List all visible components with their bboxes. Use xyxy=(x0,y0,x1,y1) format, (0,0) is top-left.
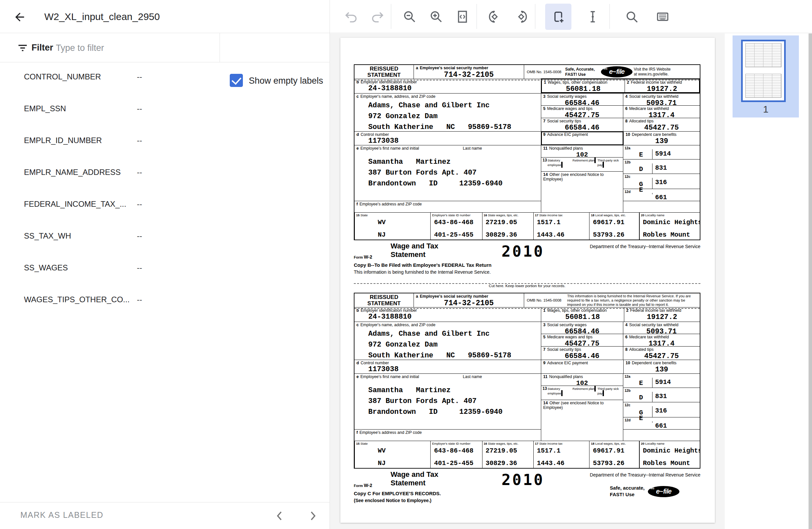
add-bounding-box-icon xyxy=(551,10,566,24)
label-row[interactable]: EMPLR_ID_NUMBER -- xyxy=(0,126,330,158)
filter-icon xyxy=(16,42,29,56)
divider xyxy=(220,33,220,62)
irs-efile-logo: IRSe~file xyxy=(648,486,679,497)
safe-accurate-text: Safe, Accurate,FAST! Use xyxy=(565,67,600,77)
thumbnail-preview xyxy=(745,43,782,99)
label-row[interactable]: SS_TAX_WH -- xyxy=(0,221,330,253)
toolbar-divider xyxy=(535,4,535,29)
page-thumbnail[interactable] xyxy=(741,40,786,102)
label-row[interactable]: EMPLR_NAME_ADDRESS -- xyxy=(0,158,330,190)
redo-button[interactable] xyxy=(370,9,385,24)
state-row-divider xyxy=(354,308,700,455)
rotate-right-icon xyxy=(514,10,528,24)
left-panel: W2_XL_input_clean_2950 Filter Show empty… xyxy=(0,0,330,529)
w2-form-copy-b: REISSUEDSTATEMENT aEmployee's social sec… xyxy=(354,64,700,240)
label-row[interactable]: SS_WAGES -- xyxy=(0,253,330,285)
fit-page-icon xyxy=(455,10,470,24)
undo-icon xyxy=(344,10,359,24)
label-name: EMPLR_NAME_ADDRESS xyxy=(24,168,121,177)
reissued-statement: REISSUEDSTATEMENT xyxy=(354,65,414,79)
label-name: WAGES_TIPS_OTHER_CO... xyxy=(24,295,130,304)
label-row[interactable]: FEDERAL_INCOME_TAX_... -- xyxy=(0,190,330,221)
cut-here-text: Cut here. Keep lower portion for your re… xyxy=(354,284,700,288)
scrollbar-thumb[interactable] xyxy=(809,33,812,529)
search-document-button[interactable] xyxy=(624,9,639,24)
document-toolbar xyxy=(330,0,812,33)
document-viewer[interactable]: REISSUEDSTATEMENT aEmployee's social sec… xyxy=(330,33,725,529)
tax-year: 2010 xyxy=(502,471,545,489)
labels-list: CONTROL_NUMBER -- EMPL_SSN -- EMPLR_ID_N… xyxy=(0,62,330,502)
search-document-icon xyxy=(625,10,639,24)
label-value: -- xyxy=(137,295,142,304)
irs-efile-logo: IRSe~file xyxy=(601,66,633,77)
tax-year: 2010 xyxy=(502,243,545,260)
label-name: FEDERAL_INCOME_TAX_... xyxy=(24,200,126,209)
chevron-left-icon xyxy=(274,510,286,522)
page-title: W2_XL_input_clean_2950 xyxy=(44,0,160,33)
fit-page-button[interactable] xyxy=(455,9,470,24)
chevron-right-icon xyxy=(307,510,319,522)
safe-accurate-text: Safe, accurate,FAST! Use xyxy=(610,485,644,498)
adjust-annotation-icon xyxy=(585,10,600,24)
label-value: -- xyxy=(137,168,142,177)
thumbnail-panel: 1 xyxy=(725,33,808,529)
label-name: SS_TAX_WH xyxy=(24,231,71,240)
thumbnail-scrollbar[interactable] xyxy=(808,33,812,529)
document-page[interactable]: REISSUEDSTATEMENT aEmployee's social sec… xyxy=(340,38,715,523)
filter-input[interactable] xyxy=(56,39,210,57)
toolbar-divider xyxy=(609,4,610,29)
keyboard-shortcuts-button[interactable] xyxy=(655,9,670,24)
state-row-divider xyxy=(354,80,700,227)
page-thumbnail-selected[interactable]: 1 xyxy=(733,35,799,117)
document-header: W2_XL_input_clean_2950 xyxy=(0,0,330,33)
label-value: -- xyxy=(137,104,142,113)
w2-form-copy-c: REISSUEDSTATEMENT aEmployee's social sec… xyxy=(354,293,700,469)
form-header-right: OMB No. 1545-0008 Safe, Accurate,FAST! U… xyxy=(524,65,700,79)
thumbnail-page-number: 1 xyxy=(733,104,799,115)
omb-number: OMB No. 1545-0008 xyxy=(524,298,565,302)
rotate-left-icon xyxy=(488,10,502,24)
form-header-right: OMB No. 1545-0008 This information is be… xyxy=(524,293,700,307)
copy-c-footer: Form W-2 Wage and TaxStatement 2010 Depa… xyxy=(354,470,700,511)
back-button[interactable] xyxy=(13,10,27,25)
sidebar-bottom-bar: MARK AS LABELED xyxy=(0,502,330,529)
label-value: -- xyxy=(137,136,142,145)
label-name: CONTROL_NUMBER xyxy=(24,72,101,82)
omb-number: OMB No. 1545-0008 xyxy=(524,70,565,74)
filter-label: Filter xyxy=(31,43,53,53)
label-row[interactable]: WAGES_TIPS_OTHER_CO... -- xyxy=(0,285,330,317)
mark-as-labeled-button[interactable]: MARK AS LABELED xyxy=(20,510,103,520)
add-bounding-box-button[interactable] xyxy=(551,9,566,24)
label-value: -- xyxy=(137,231,142,240)
label-row[interactable]: EMPL_SSN -- xyxy=(0,94,330,126)
label-value: -- xyxy=(137,263,142,273)
label-value: -- xyxy=(137,200,142,209)
zoom-in-button[interactable] xyxy=(429,9,444,24)
zoom-out-icon xyxy=(402,10,417,24)
toolbar-divider xyxy=(391,4,391,29)
previous-document-button[interactable] xyxy=(272,508,288,524)
label-value: -- xyxy=(137,72,142,82)
irs-notice-text: This information is being furnished to t… xyxy=(565,293,700,307)
reissued-statement: REISSUEDSTATEMENT xyxy=(354,293,414,307)
back-arrow-icon xyxy=(13,11,26,24)
copy-b-footer: Form W-2 Wage and TaxStatement 2010 Depa… xyxy=(354,242,700,283)
filter-bar: Filter Show empty labels xyxy=(0,33,330,62)
adjust-annotation-button[interactable] xyxy=(585,9,600,24)
zoom-out-button[interactable] xyxy=(402,9,417,24)
rotate-left-button[interactable] xyxy=(487,9,502,24)
keyboard-shortcuts-icon xyxy=(655,10,670,24)
label-name: EMPL_SSN xyxy=(24,104,66,113)
toolbar-divider xyxy=(477,4,477,29)
label-name: EMPLR_ID_NUMBER xyxy=(24,136,102,145)
zoom-in-icon xyxy=(429,10,444,24)
box-a-ssn: aEmployee's social security number 714-3… xyxy=(414,293,524,307)
label-row[interactable]: CONTROL_NUMBER -- xyxy=(0,62,330,94)
next-document-button[interactable] xyxy=(305,508,321,524)
undo-button[interactable] xyxy=(344,9,359,24)
redo-icon xyxy=(370,10,385,24)
label-name: SS_WAGES xyxy=(24,263,68,273)
rotate-right-button[interactable] xyxy=(514,9,529,24)
box-a-ssn: aEmployee's social security number 714-3… xyxy=(414,65,524,79)
visit-irs-text: Visit the IRS Websiteat www.irs.gov/efil… xyxy=(634,67,673,77)
